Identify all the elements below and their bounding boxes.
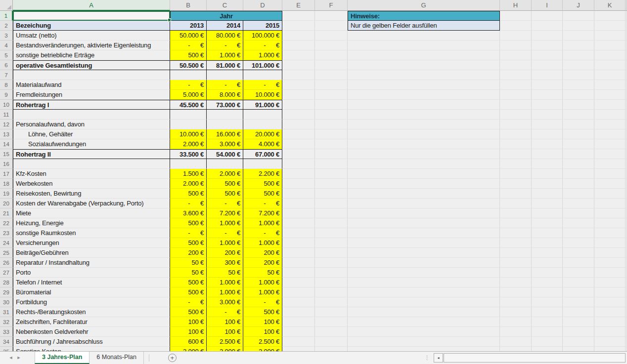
row-header-9[interactable]: 9 xyxy=(0,90,13,100)
cell-e32[interactable] xyxy=(282,317,315,327)
cell-e24[interactable] xyxy=(282,238,315,248)
cell-k35[interactable] xyxy=(594,347,626,351)
cell-e10[interactable] xyxy=(282,100,315,110)
row-header-20[interactable]: 20 xyxy=(0,199,13,208)
cell-f30[interactable] xyxy=(315,297,348,307)
cell-k3[interactable] xyxy=(594,31,626,40)
cell-i35[interactable] xyxy=(532,347,563,351)
cell-i21[interactable] xyxy=(532,208,563,218)
cell-d7[interactable] xyxy=(243,70,282,80)
cell-a21[interactable]: Miete xyxy=(13,208,170,218)
cell-k7[interactable] xyxy=(594,70,626,80)
row-header-15[interactable]: 15 xyxy=(0,149,13,159)
column-header-h[interactable]: H xyxy=(500,0,532,11)
cell-c32[interactable]: 100 € xyxy=(207,317,243,327)
cell-e31[interactable] xyxy=(282,307,315,317)
cell-h23[interactable] xyxy=(500,228,532,238)
cell-e11[interactable] xyxy=(282,110,315,120)
row-header-10[interactable]: 10 xyxy=(0,100,13,110)
cell-j28[interactable] xyxy=(563,278,594,287)
row-header-25[interactable]: 25 xyxy=(0,248,13,258)
cell-g32[interactable] xyxy=(348,317,500,327)
cell-k17[interactable] xyxy=(594,169,626,179)
cell-f23[interactable] xyxy=(315,228,348,238)
cell-b11[interactable] xyxy=(170,110,207,120)
cell-h16[interactable] xyxy=(500,159,532,169)
cell-e25[interactable] xyxy=(282,248,315,258)
cell-h26[interactable] xyxy=(500,258,532,268)
cell-a24[interactable]: Versicherungen xyxy=(13,238,170,248)
cell-b29[interactable]: 500 € xyxy=(170,287,207,297)
cell-g15[interactable] xyxy=(348,149,500,159)
cell-i2[interactable] xyxy=(532,21,563,31)
column-header-f[interactable]: F xyxy=(315,0,348,11)
cell-h25[interactable] xyxy=(500,248,532,258)
cell-a10[interactable]: Rohertrag I xyxy=(13,100,170,110)
cell-a25[interactable]: Beiträge/Gebühren xyxy=(13,248,170,258)
cell-k31[interactable] xyxy=(594,307,626,317)
cell-b32[interactable]: 100 € xyxy=(170,317,207,327)
cell-i27[interactable] xyxy=(532,268,563,278)
cell-b2[interactable]: 2013 xyxy=(170,21,207,31)
row-header-6[interactable]: 6 xyxy=(0,60,13,70)
cell-g9[interactable] xyxy=(348,90,500,100)
cell-e4[interactable] xyxy=(282,40,315,50)
cell-i18[interactable] xyxy=(532,179,563,189)
cell-c21[interactable]: 7.200 € xyxy=(207,208,243,218)
cell-k11[interactable] xyxy=(594,110,626,120)
cell-c34[interactable]: 2.500 € xyxy=(207,337,243,347)
cell-g8[interactable] xyxy=(348,80,500,90)
cell-c15[interactable]: 54.000 € xyxy=(207,149,243,159)
cell-j11[interactable] xyxy=(563,110,594,120)
cell-k18[interactable] xyxy=(594,179,626,189)
cell-a7[interactable] xyxy=(13,70,170,80)
select-all-corner[interactable] xyxy=(0,0,13,11)
cell-j17[interactable] xyxy=(563,169,594,179)
cell-b14[interactable]: 2.000 € xyxy=(170,139,207,149)
cell-d17[interactable]: 2.200 € xyxy=(243,169,282,179)
cell-k23[interactable] xyxy=(594,228,626,238)
row-header-28[interactable]: 28 xyxy=(0,278,13,287)
cell-i33[interactable] xyxy=(532,327,563,337)
row-header-17[interactable]: 17 xyxy=(0,169,13,179)
cell-h33[interactable] xyxy=(500,327,532,337)
cell-h29[interactable] xyxy=(500,287,532,297)
cell-f15[interactable] xyxy=(315,149,348,159)
cell-c30[interactable]: 3.000 € xyxy=(207,297,243,307)
cell-d32[interactable]: 100 € xyxy=(243,317,282,327)
cell-c13[interactable]: 16.000 € xyxy=(207,129,243,139)
cell-a3[interactable]: Umsatz (netto) xyxy=(13,31,170,40)
selection-fill-handle[interactable] xyxy=(168,18,171,22)
cell-h17[interactable] xyxy=(500,169,532,179)
cell-g21[interactable] xyxy=(348,208,500,218)
cell-j22[interactable] xyxy=(563,218,594,228)
cell-d24[interactable]: 1.000 € xyxy=(243,238,282,248)
cell-c16[interactable] xyxy=(207,159,243,169)
cell-k30[interactable] xyxy=(594,297,626,307)
cell-j13[interactable] xyxy=(563,129,594,139)
cell-i13[interactable] xyxy=(532,129,563,139)
cell-h2[interactable] xyxy=(500,21,532,31)
cell-h9[interactable] xyxy=(500,90,532,100)
cell-f2[interactable] xyxy=(315,21,348,31)
cell-b4[interactable]: - € xyxy=(170,40,207,50)
cell-j32[interactable] xyxy=(563,317,594,327)
column-header-j[interactable]: J xyxy=(563,0,594,11)
cell-b21[interactable]: 3.600 € xyxy=(170,208,207,218)
cell-a26[interactable]: Reparatur / Instandhaltung xyxy=(13,258,170,268)
cell-e14[interactable] xyxy=(282,139,315,149)
add-sheet-button[interactable]: + xyxy=(168,354,177,362)
cell-d13[interactable]: 20.000 € xyxy=(243,129,282,139)
cell-f32[interactable] xyxy=(315,317,348,327)
cell-f12[interactable] xyxy=(315,120,348,129)
cell-a35[interactable]: Sonstige Kosten xyxy=(13,347,170,351)
cell-a14[interactable]: Sozialaufwendungen xyxy=(13,139,170,149)
cell-c17[interactable]: 2.000 € xyxy=(207,169,243,179)
row-header-26[interactable]: 26 xyxy=(0,258,13,268)
row-header-35[interactable]: 35 xyxy=(0,347,13,351)
cell-k1[interactable] xyxy=(594,11,626,21)
cell-b34[interactable]: 600 € xyxy=(170,337,207,347)
cell-a33[interactable]: Nebenkosten Geldverkehr xyxy=(13,327,170,337)
cell-k20[interactable] xyxy=(594,199,626,208)
cell-d33[interactable]: 100 € xyxy=(243,327,282,337)
